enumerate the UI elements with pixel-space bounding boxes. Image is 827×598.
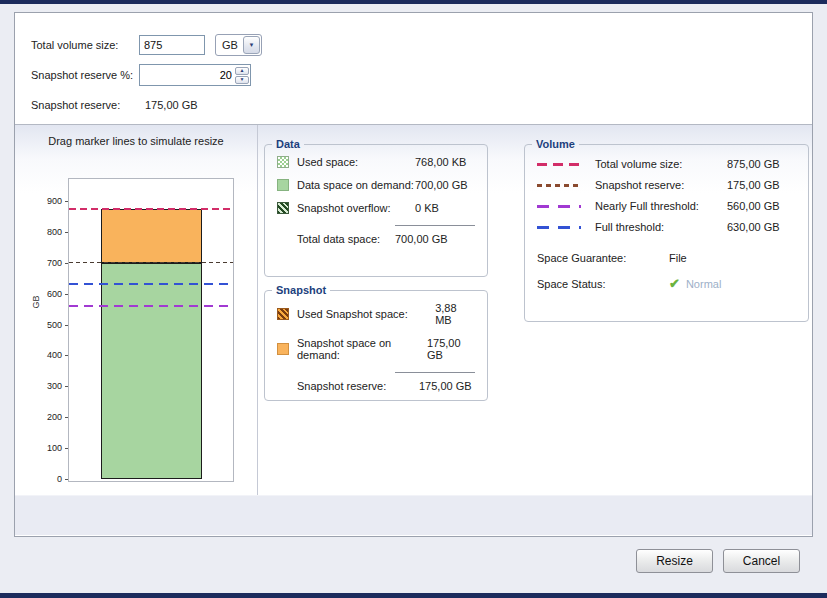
total-volume-size-label: Total volume size:	[31, 39, 139, 51]
space-status-label: Space Status:	[537, 278, 669, 290]
total-volume-size-legend-value: 875,00 GB	[727, 158, 780, 170]
nearly-full-threshold-value: 560,00 GB	[727, 200, 780, 212]
snapshot-group-box: Snapshot Used Snapshot space: 3,88 MB Sn…	[264, 284, 488, 401]
nearly-full-threshold-marker-line[interactable]	[69, 305, 233, 307]
chevron-up-icon: ▲	[240, 68, 245, 73]
total-volume-size-marker-line[interactable]	[69, 208, 233, 210]
data-group-box: Data Used space: 768,00 KB Data space on…	[264, 138, 488, 277]
data-space-on-demand-row: Data space on demand: 700,00 GB	[277, 179, 475, 191]
y-tick-mark	[65, 294, 68, 295]
window-bottom-edge	[0, 593, 827, 598]
used-snapshot-space-row: Used Snapshot space: 3,88 MB	[277, 302, 475, 326]
snapshot-reserve-pct-row: Snapshot reserve %: ▲ ▼	[31, 64, 812, 86]
snapshot-reserve-pct-spinner: ▲ ▼	[139, 64, 251, 86]
snapshot-reserve-line-icon	[537, 184, 581, 187]
space-guarantee-row: Space Guarantee: File	[537, 252, 796, 264]
total-volume-size-legend-row: Total volume size: 875,00 GB	[537, 158, 796, 170]
resize-volume-dialog: { "form": { "total_volume_size": { "labe…	[0, 0, 827, 598]
snapshot-overflow-row: Snapshot overflow: 0 KB	[277, 202, 475, 214]
full-threshold-label: Full threshold:	[595, 221, 727, 233]
volume-group-title: Volume	[532, 138, 579, 150]
snapshot-space-on-demand-value: 175,00 GB	[427, 337, 475, 361]
snapshot-reserve-marker-line[interactable]	[69, 262, 233, 263]
full-threshold-row: Full threshold: 630,00 GB	[537, 221, 796, 233]
snapshot-reserve-value: 175,00 GB	[145, 99, 198, 111]
space-guarantee-value: File	[669, 252, 687, 264]
y-tick-label: 900	[36, 196, 62, 206]
snapshot-reserve-pct-label: Snapshot reserve %:	[31, 69, 139, 81]
full-threshold-line-icon	[537, 226, 581, 229]
nearly-full-threshold-row: Nearly Full threshold: 560,00 GB	[537, 200, 796, 212]
snapshot-reserve-legend-row: Snapshot reserve: 175,00 GB	[537, 179, 796, 191]
snapshot-reserve-pct-input[interactable]	[141, 66, 235, 84]
status-check-icon: ✔	[669, 276, 680, 291]
snapshot-space-on-demand-swatch-icon	[277, 343, 289, 355]
y-tick-label: 800	[36, 227, 62, 237]
total-volume-size-input[interactable]	[139, 35, 205, 55]
volume-bar-chart: 0100200300400500600700800900	[68, 178, 234, 482]
snapshot-reserve-legend-label: Snapshot reserve:	[595, 179, 727, 191]
snapshot-overflow-value: 0 KB	[415, 202, 439, 214]
used-space-label: Used space:	[297, 156, 415, 168]
total-volume-size-line-icon	[537, 163, 581, 166]
y-tick-label: 300	[36, 381, 62, 391]
snapshot-reserve-row: Snapshot reserve: 175,00 GB	[31, 94, 812, 116]
data-space-on-demand-swatch-icon	[277, 179, 289, 191]
used-space-value: 768,00 KB	[415, 156, 466, 168]
chevron-down-icon: ▼	[248, 42, 254, 48]
data-group-title: Data	[272, 138, 304, 150]
snapshot-reserve-label: Snapshot reserve:	[31, 99, 139, 111]
snapshot-reserve-total-row: Snapshot reserve: 175,00 GB	[277, 380, 475, 392]
snapshot-reserve-total-label: Snapshot reserve:	[277, 380, 419, 392]
y-tick-label: 600	[36, 289, 62, 299]
full-threshold-marker-line[interactable]	[69, 283, 233, 285]
y-tick-label: 0	[36, 474, 62, 484]
y-tick-label: 200	[36, 412, 62, 422]
spinner-buttons: ▲ ▼	[235, 67, 249, 84]
used-space-swatch-icon	[277, 156, 289, 168]
used-space-row: Used space: 768,00 KB	[277, 156, 475, 168]
snapshot-reserve-total-value: 175,00 GB	[419, 380, 472, 392]
resize-form: Total volume size: GB ▼ Snapshot reserve…	[15, 13, 812, 125]
nearly-full-threshold-line-icon	[537, 205, 581, 208]
resize-button[interactable]: Resize	[636, 549, 713, 573]
y-tick-label: 700	[36, 258, 62, 268]
y-tick-label: 500	[36, 320, 62, 330]
y-tick-mark	[65, 263, 68, 264]
y-tick-mark	[65, 201, 68, 202]
snapshot-space-bar	[101, 209, 202, 263]
y-tick-label: 100	[36, 443, 62, 453]
snapshot-overflow-label: Snapshot overflow:	[297, 202, 415, 214]
total-volume-size-row: Total volume size: GB ▼	[31, 34, 812, 56]
y-tick-mark	[65, 448, 68, 449]
space-status-row: Space Status: ✔ Normal	[537, 276, 796, 291]
y-tick-mark	[65, 355, 68, 356]
chevron-down-icon: ▼	[240, 77, 245, 82]
y-tick-mark	[65, 232, 68, 233]
spinner-down-button[interactable]: ▼	[235, 76, 249, 84]
space-status-value: Normal	[686, 278, 721, 290]
y-tick-mark	[65, 479, 68, 480]
unit-combobox-dropdown-button[interactable]: ▼	[243, 36, 260, 54]
window-top-edge	[0, 0, 827, 4]
total-data-space-row: Total data space: 700,00 GB	[277, 233, 475, 245]
volume-group-box: Volume Total volume size: 875,00 GB Snap…	[524, 138, 809, 322]
total-volume-size-legend-label: Total volume size:	[595, 158, 727, 170]
snapshot-space-on-demand-label: Snapshot space on demand:	[297, 337, 427, 361]
y-tick-mark	[65, 417, 68, 418]
total-separator	[395, 225, 475, 226]
y-tick-label: 400	[36, 350, 62, 360]
cancel-button[interactable]: Cancel	[723, 549, 800, 573]
simulation-content: Drag marker lines to simulate resize GB …	[15, 125, 812, 495]
spinner-up-button[interactable]: ▲	[235, 67, 249, 75]
total-data-space-label: Total data space:	[277, 233, 395, 245]
simulation-section: Drag marker lines to simulate resize GB …	[15, 125, 812, 535]
unit-combobox[interactable]: GB ▼	[215, 34, 262, 56]
used-snapshot-space-label: Used Snapshot space:	[297, 308, 435, 320]
used-snapshot-space-value: 3,88 MB	[435, 302, 475, 326]
data-space-on-demand-label: Data space on demand:	[297, 179, 415, 191]
full-threshold-value: 630,00 GB	[727, 221, 780, 233]
y-tick-mark	[65, 386, 68, 387]
data-space-on-demand-value: 700,00 GB	[415, 179, 468, 191]
y-tick-mark	[65, 325, 68, 326]
